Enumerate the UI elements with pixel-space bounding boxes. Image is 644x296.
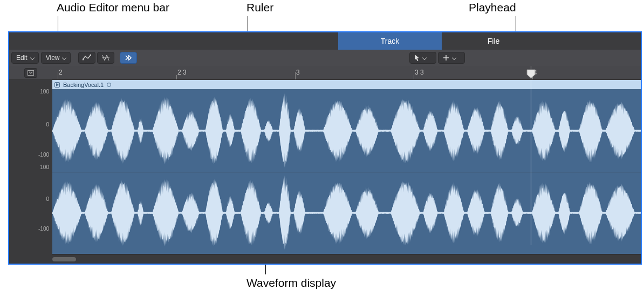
gutter-header [9,66,52,80]
timeline-ruler[interactable]: 2 2 3 3 3 3 4 [52,66,641,80]
amplitude-label: 100 [40,164,49,170]
catch-playhead-icon[interactable] [120,52,137,64]
inspector-toggle-button[interactable] [24,68,37,78]
pointer-tool-menu[interactable] [409,52,436,64]
region-loop-icon [107,83,111,87]
automation-line-icon[interactable] [78,52,95,64]
amplitude-label: -100 [38,226,49,232]
flex-icon[interactable] [97,52,114,64]
edit-menu-label: Edit [16,54,28,62]
amplitude-scale: 100 0 -100 100 0 -100 [9,80,52,264]
playhead[interactable] [531,66,531,245]
waveform-display[interactable] [52,90,641,254]
svg-rect-2 [28,70,34,75]
callout-waveform: Waveform display [246,277,336,290]
amplitude-label: 0 [46,196,49,202]
ruler-mark: 2 [59,69,63,76]
chevron-down-icon [452,56,456,60]
ruler-mark: 2 3 [177,69,187,76]
amplitude-label: 0 [46,122,49,127]
chevron-box-icon [28,70,34,76]
edit-menu[interactable]: Edit [11,52,39,64]
ruler-mark: 3 [296,69,300,76]
region-header[interactable]: BackingVocal.1 [52,80,641,90]
view-menu-label: View [46,54,60,62]
ruler-tick [58,72,58,79]
secondary-tool-menu[interactable] [438,52,465,64]
plus-icon [443,55,449,61]
horizontal-scrollbar[interactable] [9,255,641,263]
amplitude-label: -100 [38,152,49,158]
content-area: 2 2 3 3 3 3 4 BackingVocal.1 [52,66,641,264]
amplitude-gutter: 100 0 -100 100 0 -100 [9,66,52,264]
tab-file[interactable]: File [442,32,545,50]
editor-tab-bar: Track File [9,32,641,50]
ruler-tick [176,75,177,79]
audio-editor-window: Track File Edit View [8,31,642,265]
amplitude-label: 100 [40,89,49,95]
ruler-mark: 3 3 [415,69,424,76]
ruler-tick [295,72,296,79]
stereo-divider [52,172,641,172]
region-name-label: BackingVocal.1 [63,82,104,88]
callout-ruler: Ruler [246,1,273,14]
chevron-down-icon [30,56,34,60]
audio-editor-toolbar: Edit View [9,50,641,66]
editor-main-area: 100 0 -100 100 0 -100 2 2 3 3 3 3 4 [9,66,641,264]
region-play-icon [54,82,60,88]
chevron-down-icon [422,56,426,60]
callout-playhead: Playhead [469,1,516,14]
chevron-down-icon [62,56,66,60]
callout-menubar: Audio Editor menu bar [57,1,169,14]
pointer-icon [414,54,420,62]
scroll-thumb[interactable] [52,257,76,261]
ruler-tick [414,75,414,79]
tab-track[interactable]: Track [338,32,442,50]
playhead-handle-icon [526,69,536,79]
view-menu[interactable]: View [41,52,71,64]
